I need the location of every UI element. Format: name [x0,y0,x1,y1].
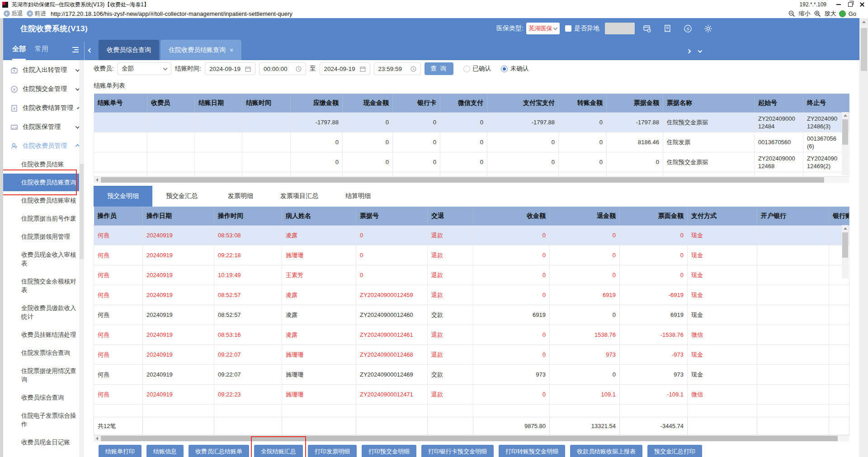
sidebar-item[interactable]: 收费员现金日记账 [3,433,79,451]
sidebar: 住院入出转管理¥住院预交金管理¥住院收费结算管理住院医保管理住院收费员管理住院收… [3,60,79,457]
date-from-input[interactable]: 2024-09-19 [205,62,255,75]
detail-tab-1[interactable]: 预交金汇总 [152,186,211,207]
page-scrollbar[interactable] [859,18,868,457]
settlement-row[interactable]: 0000000住院预交金票据ZY202409000 12468ZY2024090… [94,152,849,172]
insurance-s-icon[interactable]: S [684,24,692,33]
sidebar-item[interactable]: 全院收费员缴款收入统计 [3,299,79,325]
action-button-0[interactable]: 结账单打印 [99,445,142,457]
settlement-row[interactable]: 0000008186.46住院发票0013670560001367056 (6) [94,132,849,152]
sidebar-group-item[interactable]: ¥住院预交金管理 [3,80,79,98]
detail-tab-2[interactable]: 发票明细 [211,186,270,207]
sidebar-group-item[interactable]: 住院入出转管理 [3,61,79,79]
action-button-5[interactable]: 打印预交金明细 [362,445,416,457]
go-label[interactable]: Go [849,10,856,17]
go-icon[interactable] [839,10,846,17]
settlement-row[interactable]: -1797.88000-1797.880-1797.88住院预交金票据ZY202… [94,113,849,132]
detail-row[interactable]: 何燕2024091910:19:49王素芳0退款000现金 [94,265,849,285]
detail-tab-4[interactable]: 结算明细 [329,186,387,207]
detail-table-hscrollbar[interactable] [94,435,849,442]
scroll-up-icon[interactable] [860,18,868,25]
sidebar-item[interactable]: 住院收费员结账审核 [3,192,79,209]
time-to-input[interactable]: 23:59:59 [374,62,421,75]
query-button[interactable]: 查 询 [425,62,453,75]
zoom-in-label[interactable]: 放大 [825,9,836,18]
sidebar-item[interactable]: 收费员现金收入审核表 [3,246,79,272]
detail-tab-3[interactable]: 发票项目汇总 [270,186,329,207]
sidebar-item[interactable]: 住院票据使用情况查询 [3,362,79,388]
forward-label[interactable]: 前进 [34,9,46,18]
sidebar-group-item[interactable]: ¥住院收费结算管理 [3,99,79,117]
tab-scroll-right-icon[interactable] [687,47,690,55]
back-label[interactable]: 后退 [11,9,23,18]
action-button-9[interactable]: 预交金汇总打印 [647,445,702,457]
tab-close-icon[interactable]: × [230,47,233,54]
action-button-4[interactable]: 打印发票明细 [308,445,357,457]
detail-tab-0[interactable]: 预交金明细 [94,186,152,207]
sidebar-tab-common[interactable]: 常用 [35,39,48,60]
cell: 20240919 [143,226,214,245]
sidebar-item[interactable]: 住院电子发票综合操作 [3,407,79,433]
forward-icon[interactable] [27,10,33,17]
card-reader-icon[interactable] [643,24,651,33]
time-from-input[interactable]: 00:00:00 [259,62,306,75]
restore-button[interactable] [844,0,856,9]
zoom-out-icon[interactable] [788,9,796,18]
action-button-2[interactable]: 收费员汇总结账单 [189,445,249,457]
sidebar-scrollbar[interactable] [79,60,84,457]
sidebar-item[interactable]: 住院票据当前号作废 [3,210,79,227]
column-header: 起始号 [755,94,803,113]
action-button-6[interactable]: 打印银行卡预交金明细 [421,445,494,457]
cell: 973 [620,365,688,385]
sidebar-group-item[interactable]: 住院收费员管理 [3,137,79,155]
detail-row[interactable]: 何燕2024091908:52:57凌露ZY20240900012459退款06… [94,285,849,305]
sidebar-collapse-icon[interactable] [89,46,92,54]
insurance-type-select[interactable]: 芜湖医保 [526,23,560,34]
header-input[interactable] [605,23,635,34]
sidebar-item[interactable]: 住院票据领用管理 [3,228,79,245]
detail-row[interactable]: 何燕2024091909:22:07施珊珊ZY20240900012468退款0… [94,345,849,365]
close-button[interactable] [856,0,868,9]
sidebar-item[interactable]: 住院预交金余额核对表 [3,273,79,299]
detail-row[interactable]: 何燕2024091909:22:18施珊珊0退款000现金 [94,245,849,265]
date-to-input[interactable]: 2024-09-19 [320,62,370,75]
settlement-table-vscrollbar[interactable] [842,112,849,175]
settlement-table-hscrollbar[interactable] [94,177,849,183]
zoom-in-icon[interactable] [813,9,822,18]
action-button-8[interactable]: 收款员结账收据上报表 [570,445,642,457]
sidebar-menu-toggle-icon[interactable] [72,47,79,52]
url-text[interactable]: http://172.20.18.106/his-zysf-new/app/#/… [51,10,292,17]
action-button-3[interactable]: 全院结账汇总 [254,445,303,457]
detail-row[interactable]: 何燕2024091909:22:07施珊珊ZY20240900012469交款9… [94,365,849,385]
chevron-down-icon [553,26,558,30]
gear-icon[interactable] [704,24,712,33]
detail-row[interactable]: 何燕2024091908:52:57凌露ZY20240900012460交款69… [94,305,849,325]
radio-confirmed[interactable]: 已确认 [463,65,491,73]
sidebar-item[interactable]: 住院发票综合查询 [3,344,79,362]
yen-circle-icon: ¥ [10,85,18,93]
card-icon [10,123,18,131]
column-header: 结账日期 [195,94,242,113]
sidebar-item[interactable]: 收费员挂账结清处理 [3,326,79,344]
sidebar-item[interactable]: 住院收费员结账查询 [3,174,79,191]
detail-table-vscrollbar[interactable] [842,225,849,278]
page-tab-0[interactable]: 收费员综合查询 [99,40,159,60]
receipt-icon[interactable] [663,24,672,33]
action-button-1[interactable]: 结账信息 [146,445,184,457]
radio-unconfirmed[interactable]: 未确认 [501,65,529,73]
remote-checkbox[interactable] [565,25,571,32]
detail-row[interactable]: 何燕2024091908:53:16凌露ZY20240900012461退款01… [94,325,849,345]
sidebar-item[interactable]: 住院收费员结账 [3,155,79,173]
sidebar-group-item[interactable]: 住院医保管理 [3,118,79,136]
detail-row[interactable]: 何燕2024091908:53:08凌露0退款000现金 [94,226,849,245]
collector-select[interactable]: 全部 [117,62,171,75]
action-button-7[interactable]: 打印转账预交金明细 [499,445,565,457]
minimize-button[interactable] [833,0,844,9]
page-tab-1[interactable]: 住院收费员结账查询× [160,40,241,60]
sidebar-item[interactable]: 收费员综合查询 [3,389,79,406]
cell: 退款 [428,285,473,305]
tab-menu-icon[interactable] [698,47,702,55]
zoom-out-label[interactable]: 缩小 [799,9,811,18]
back-icon[interactable] [4,10,10,17]
detail-row[interactable]: 何燕2024091909:22:23施珊珊ZY20240900012471退款0… [94,385,849,405]
sidebar-tab-all[interactable]: 全部 [12,39,26,60]
